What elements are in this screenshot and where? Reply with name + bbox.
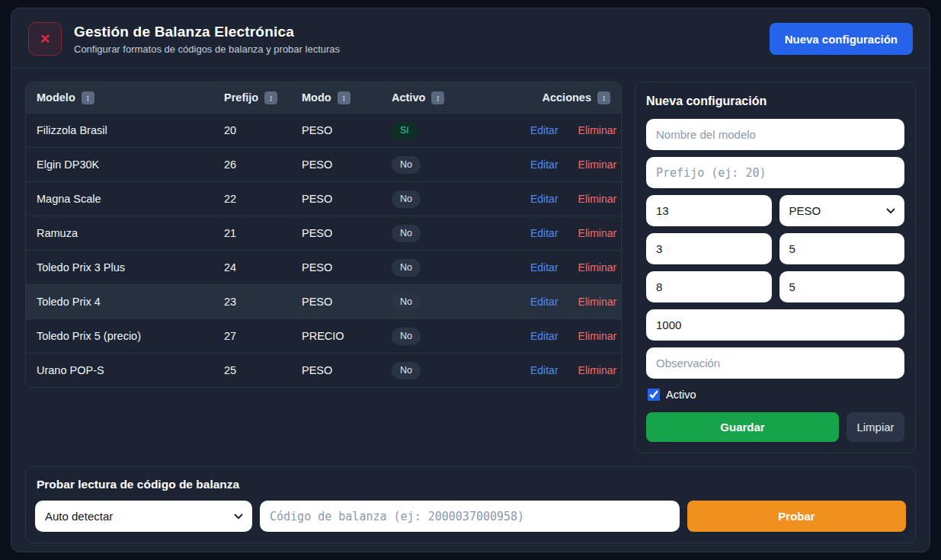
table-column-header: Activo ↕: [392, 91, 530, 104]
table-column-header: Modelo ↕: [37, 91, 224, 104]
delete-link[interactable]: Eliminar: [578, 364, 617, 376]
table-row[interactable]: Toledo Prix 4 23 PESO No Editar Eliminar: [26, 284, 621, 318]
field1-start-input[interactable]: [646, 233, 772, 264]
active-checkbox-label[interactable]: Activo: [666, 389, 696, 401]
cell-model: Toledo Prix 4: [37, 296, 224, 308]
cell-model: Toledo Prix 5 (precio): [37, 330, 224, 342]
edit-link[interactable]: Editar: [530, 193, 559, 205]
cell-model: Urano POP-S: [37, 364, 224, 376]
active-checkbox[interactable]: [648, 389, 660, 401]
column-label: Prefijo: [224, 91, 258, 104]
divisor-input[interactable]: [646, 309, 904, 341]
edit-link[interactable]: Editar: [530, 261, 559, 274]
cell-mode: PESO: [302, 261, 392, 274]
cell-prefix: 25: [224, 364, 302, 376]
edit-link[interactable]: Editar: [530, 364, 559, 376]
table-row[interactable]: Toledo Prix 3 Plus 24 PESO No Editar Eli…: [26, 250, 621, 284]
cell-mode: PESO: [302, 296, 392, 308]
prefix-input[interactable]: [646, 157, 904, 188]
edit-link[interactable]: Editar: [530, 227, 559, 239]
table-column-header: Modo ↕: [302, 91, 392, 104]
delete-link[interactable]: Eliminar: [578, 261, 617, 274]
cell-prefix: 22: [224, 193, 302, 205]
test-controls: Auto detectar Probar: [35, 501, 906, 532]
total-length-input[interactable]: [646, 195, 772, 226]
edit-link[interactable]: Editar: [530, 296, 559, 308]
app-window: ✕ Gestión de Balanza Electrónica Configu…: [11, 8, 930, 552]
table-body: Filizzola Brasil 20 PESO Sí Editar Elimi…: [26, 113, 621, 387]
cell-prefix: 20: [224, 124, 302, 136]
edit-link[interactable]: Editar: [530, 330, 559, 342]
observation-input[interactable]: [646, 347, 904, 379]
cell-prefix: 24: [224, 261, 302, 274]
mode-select[interactable]: PESO: [779, 195, 905, 226]
save-button[interactable]: Guardar: [646, 412, 839, 442]
delete-link[interactable]: Eliminar: [578, 296, 617, 308]
active-badge: No: [392, 259, 421, 277]
column-label: Modo: [302, 91, 331, 104]
test-reading-panel: Probar lectura de código de balanza Auto…: [25, 466, 916, 543]
cell-prefix: 27: [224, 330, 302, 342]
table-row[interactable]: Filizzola Brasil 20 PESO Sí Editar Elimi…: [26, 113, 621, 147]
main-content: Modelo ↕ Prefijo ↕ Modo ↕ Activo ↕ Accio…: [11, 69, 930, 453]
sort-icon[interactable]: ↕: [264, 91, 277, 104]
table-row[interactable]: Urano POP-S 25 PESO No Editar Eliminar: [26, 353, 621, 387]
scales-table: Modelo ↕ Prefijo ↕ Modo ↕ Activo ↕ Accio…: [25, 82, 622, 388]
cell-mode: PRECIO: [302, 330, 392, 342]
model-name-input[interactable]: [646, 119, 904, 150]
cell-mode: PESO: [302, 227, 392, 239]
active-badge: No: [392, 293, 421, 311]
table-row[interactable]: Ramuza 21 PESO No Editar Eliminar: [26, 216, 621, 250]
cell-model: Ramuza: [37, 227, 224, 239]
sort-icon[interactable]: ↕: [82, 91, 94, 104]
cell-model: Magna Scale: [37, 193, 224, 205]
active-badge: No: [392, 328, 421, 345]
active-badge: No: [392, 156, 421, 174]
sort-icon[interactable]: ↕: [597, 91, 610, 104]
active-badge: No: [392, 362, 421, 379]
active-checkbox-row: Activo: [648, 389, 903, 401]
table-row[interactable]: Magna Scale 22 PESO No Editar Eliminar: [26, 181, 621, 216]
cell-mode: PESO: [302, 124, 392, 136]
sort-icon[interactable]: ↕: [338, 91, 350, 104]
table-row[interactable]: Toledo Prix 5 (precio) 27 PRECIO No Edit…: [26, 318, 621, 353]
cell-prefix: 21: [224, 227, 302, 239]
field1-length-input[interactable]: [779, 233, 905, 264]
edit-link[interactable]: Editar: [530, 158, 559, 171]
detect-mode-select[interactable]: Auto detectar: [35, 501, 252, 532]
clear-button[interactable]: Limpiar: [847, 412, 904, 442]
field2-length-input[interactable]: [779, 271, 905, 302]
delete-link[interactable]: Eliminar: [578, 124, 617, 136]
page-subtitle: Configurar formatos de códigos de balanz…: [74, 43, 340, 55]
cell-mode: PESO: [302, 193, 392, 205]
cell-mode: PESO: [302, 158, 392, 171]
form-buttons: Guardar Limpiar: [646, 412, 904, 442]
cell-model: Elgin DP30K: [37, 158, 224, 171]
form-title: Nueva configuración: [646, 94, 904, 108]
table-header-row: Modelo ↕ Prefijo ↕ Modo ↕ Activo ↕ Accio…: [26, 82, 621, 113]
app-header: ✕ Gestión de Balanza Electrónica Configu…: [11, 8, 930, 69]
edit-link[interactable]: Editar: [530, 124, 559, 136]
close-icon: ✕: [40, 31, 50, 47]
sort-icon[interactable]: ↕: [431, 91, 444, 104]
delete-link[interactable]: Eliminar: [578, 227, 617, 239]
new-config-button[interactable]: Nueva configuración: [770, 23, 913, 55]
close-button[interactable]: ✕: [28, 22, 62, 56]
field2-start-input[interactable]: [646, 271, 772, 302]
table-column-header: Prefijo ↕: [224, 91, 302, 104]
test-button[interactable]: Probar: [687, 501, 906, 532]
table-row[interactable]: Elgin DP30K 26 PESO No Editar Eliminar: [26, 147, 621, 181]
new-config-panel: Nueva configuración PESO: [635, 82, 916, 453]
delete-link[interactable]: Eliminar: [578, 330, 617, 342]
active-badge: No: [392, 225, 421, 242]
table-column-header: Acciones ↕: [530, 91, 610, 104]
cell-model: Filizzola Brasil: [37, 124, 224, 136]
active-badge: No: [392, 190, 421, 208]
cell-mode: PESO: [302, 364, 392, 376]
delete-link[interactable]: Eliminar: [578, 158, 617, 171]
column-label: Activo: [392, 91, 425, 104]
barcode-input[interactable]: [260, 501, 680, 532]
delete-link[interactable]: Eliminar: [578, 193, 617, 205]
page-title: Gestión de Balanza Electrónica: [74, 24, 340, 40]
test-title: Probar lectura de código de balanza: [37, 478, 906, 491]
